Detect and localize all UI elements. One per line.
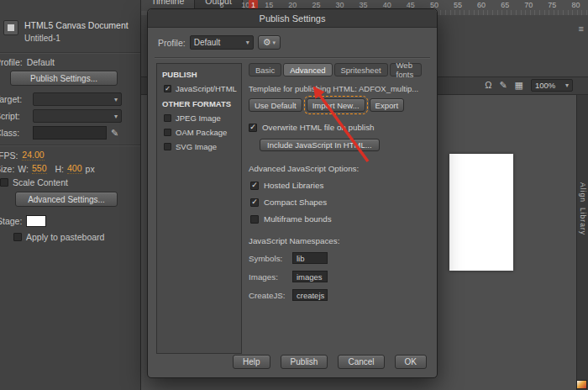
profile-label: Profile:: [158, 38, 186, 48]
magnet-icon[interactable]: Ω: [485, 81, 491, 90]
include-javascript-button[interactable]: Include JavaScript In HTML...: [260, 139, 380, 151]
export-button[interactable]: Export: [370, 98, 404, 112]
fps-label: FPS:: [0, 150, 18, 161]
apply-pasteboard-label: Apply to pasteboard: [26, 232, 104, 242]
script-row: Script: ▾: [0, 109, 122, 123]
class-label: Class:: [0, 128, 29, 138]
overwrite-html-row: ✓ Overwrite HTML file on publish: [249, 123, 422, 132]
apply-pasteboard-row: Apply to pasteboard: [13, 232, 104, 242]
divider: [0, 145, 140, 145]
ruler-number: 65: [493, 0, 517, 9]
target-label: Target:: [0, 94, 29, 104]
ok-button[interactable]: OK: [395, 355, 427, 369]
grid-icon[interactable]: ▦: [515, 81, 523, 90]
multiframe-bounds-label: Multiframe bounds: [264, 214, 332, 224]
overwrite-html-checkbox[interactable]: ✓: [249, 124, 257, 132]
format-item-jpeg[interactable]: JPEG Image: [157, 111, 241, 125]
format-label: SVG Image: [176, 142, 217, 151]
width-value[interactable]: 550: [32, 163, 47, 174]
format-label: JavaScript/HTML: [176, 84, 237, 93]
pencil-icon[interactable]: ✎: [111, 129, 118, 138]
dialog-footer: Help Publish Cancel OK: [233, 355, 427, 369]
profile-label: Profile:: [0, 57, 23, 67]
target-select[interactable]: ▾: [33, 92, 122, 106]
document-info: HTML5 Canvas Document Untitled-1: [3, 20, 129, 43]
images-namespace-row: Images: images: [249, 271, 422, 282]
publish-formats-list: PUBLISH ✓ JavaScript/HTML OTHER FORMATS …: [156, 63, 242, 354]
checkmark: ✓: [249, 124, 256, 131]
profile-select[interactable]: Default ▾: [190, 35, 254, 50]
dialog-title[interactable]: Publish Settings: [148, 9, 437, 28]
document-icon: [3, 20, 18, 35]
checkbox[interactable]: ✓: [164, 85, 171, 92]
symbols-input[interactable]: lib: [292, 252, 328, 264]
panel-menu-icon[interactable]: ≡: [579, 24, 584, 34]
px-unit: px: [86, 164, 95, 174]
checkbox[interactable]: [164, 114, 171, 122]
format-item-javascript-html[interactable]: ✓ JavaScript/HTML: [157, 82, 241, 96]
checkbox[interactable]: [164, 129, 171, 136]
images-input[interactable]: images: [292, 271, 328, 282]
scale-content-row: Scale Content: [0, 177, 68, 187]
fps-value[interactable]: 24.00: [22, 150, 44, 161]
height-value[interactable]: 400: [67, 163, 82, 174]
scale-content-checkbox[interactable]: [0, 178, 8, 187]
import-new-button[interactable]: Import New...: [307, 98, 365, 112]
profile-value[interactable]: Default: [27, 57, 55, 67]
createjs-namespace-row: CreateJS: createjs: [249, 289, 422, 301]
cancel-button[interactable]: Cancel: [338, 355, 384, 369]
publish-header: PUBLISH: [157, 66, 241, 82]
tab-advanced[interactable]: Advanced: [283, 63, 332, 76]
use-default-button[interactable]: Use Default: [249, 98, 302, 112]
class-row: Class: ✎: [0, 126, 118, 140]
document-name[interactable]: Untitled-1: [24, 34, 129, 43]
size-row: Size: W: 550 H: 400 px: [0, 163, 95, 174]
chevron-down-icon: ▾: [565, 82, 569, 89]
advanced-js-options-header: Advanced JavaScript Options:: [249, 164, 422, 173]
hosted-libraries-checkbox[interactable]: ✓: [250, 182, 259, 190]
target-row: Target: ▾: [0, 92, 122, 106]
script-select[interactable]: ▾: [33, 109, 122, 123]
color-swatch[interactable]: [576, 380, 587, 389]
publish-button[interactable]: Publish: [281, 355, 328, 369]
class-input[interactable]: [33, 126, 107, 140]
symbols-namespace-row: Symbols: lib: [249, 252, 422, 264]
stage-label: Stage:: [0, 216, 22, 226]
overwrite-html-label: Overwrite HTML file on publish: [262, 123, 375, 132]
pencil-icon[interactable]: ✎: [499, 81, 507, 90]
js-namespaces-header: JavaScript Namespaces:: [249, 236, 422, 245]
dialog-content: Basic Advanced Spritesheet Web fonts Tem…: [249, 63, 422, 301]
stage-color-swatch[interactable]: [26, 215, 46, 227]
help-button[interactable]: Help: [233, 355, 270, 369]
checkmark: ✓: [251, 182, 258, 189]
zoom-select[interactable]: 100% ▾: [531, 79, 573, 92]
publish-settings-dialog: Publish Settings Profile: Default ▾ ⚙ ▾ …: [147, 8, 438, 378]
format-item-svg[interactable]: SVG Image: [157, 140, 241, 154]
compact-shapes-checkbox[interactable]: ✓: [250, 198, 259, 207]
panel-tab-library[interactable]: Library: [579, 208, 587, 235]
checkbox[interactable]: [164, 143, 171, 150]
createjs-input[interactable]: createjs: [292, 289, 328, 301]
chevron-down-icon: ▾: [273, 40, 276, 46]
tab-basic[interactable]: Basic: [249, 63, 281, 76]
script-label: Script:: [0, 111, 29, 121]
multiframe-bounds-row: Multiframe bounds: [250, 214, 422, 224]
ruler-number: 75: [540, 0, 564, 9]
template-description: Template for publishing HTML: ADFOX_mult…: [249, 84, 422, 93]
hosted-libraries-row: ✓ Hosted Libraries: [250, 181, 422, 190]
scale-content-label: Scale Content: [13, 177, 68, 187]
createjs-label: CreateJS:: [249, 291, 292, 300]
apply-pasteboard-checkbox[interactable]: [13, 233, 22, 241]
panel-tab-align[interactable]: Align: [579, 182, 587, 203]
profile-options-button[interactable]: ⚙ ▾: [258, 35, 281, 50]
format-item-oam[interactable]: OAM Package: [157, 125, 241, 140]
stage-canvas[interactable]: [449, 154, 513, 271]
other-formats-header: OTHER FORMATS: [157, 96, 241, 111]
advanced-settings-button[interactable]: Advanced Settings...: [15, 192, 118, 207]
tab-spritesheet[interactable]: Spritesheet: [334, 63, 388, 76]
template-buttons: Use Default Import New... Export: [249, 98, 422, 112]
properties-panel: HTML5 Canvas Document Untitled-1 Profile…: [0, 0, 141, 390]
tab-web-fonts[interactable]: Web fonts: [390, 63, 422, 76]
publish-settings-button[interactable]: Publish Settings...: [10, 71, 118, 86]
multiframe-bounds-checkbox[interactable]: [250, 215, 259, 224]
